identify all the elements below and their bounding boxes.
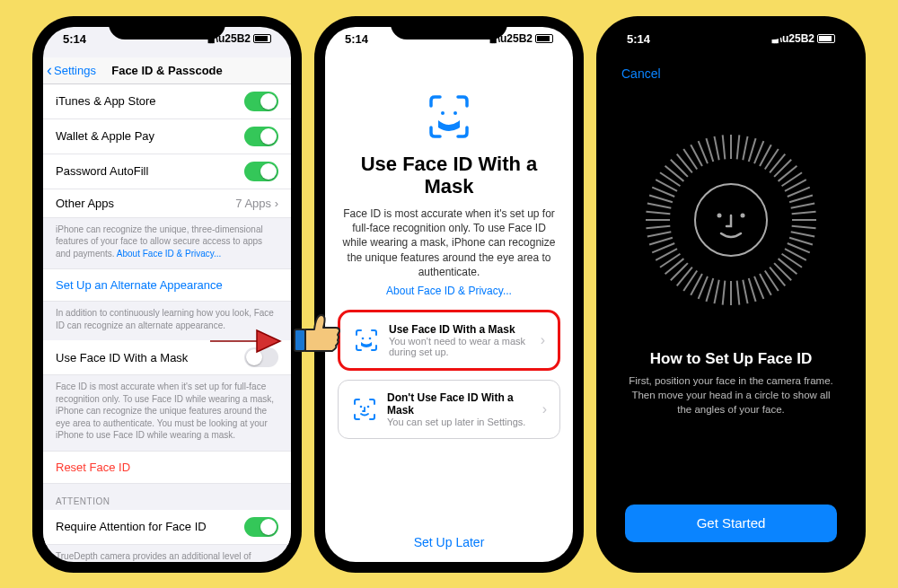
svg-line-31 — [677, 267, 692, 285]
svg-line-27 — [706, 278, 713, 302]
face-scan-graphic — [637, 126, 825, 314]
row-label: Password AutoFill — [56, 164, 148, 178]
row-label: iTunes & App Store — [56, 94, 156, 108]
nav-bar: ‹Settings Face ID & Passcode — [43, 57, 291, 84]
privacy-link[interactable]: About Face ID & Privacy... — [386, 285, 512, 297]
notch — [673, 16, 789, 39]
faceid-icon — [351, 396, 378, 423]
svg-line-49 — [677, 154, 692, 172]
svg-line-48 — [671, 159, 688, 176]
page-title: Face ID & Passcode — [111, 64, 223, 77]
svg-point-1 — [453, 111, 457, 115]
svg-line-21 — [749, 278, 756, 302]
notch — [109, 16, 225, 39]
thumbs-up-annotation — [289, 303, 347, 364]
svg-line-70 — [791, 203, 814, 207]
status-time: 5:14 — [63, 32, 86, 46]
title: Use Face ID With a Mask — [338, 153, 560, 198]
svg-point-4 — [360, 406, 363, 408]
setup-later-button[interactable]: Set Up Later — [325, 535, 573, 549]
svg-line-58 — [743, 136, 747, 159]
svg-line-33 — [665, 259, 684, 274]
svg-line-63 — [770, 154, 785, 172]
card-subtitle: You won't need to wear a mask during set… — [389, 336, 532, 357]
svg-line-59 — [749, 138, 756, 162]
toggle-wallet[interactable] — [244, 127, 278, 146]
svg-line-10 — [791, 232, 814, 236]
row-label: Other Apps — [56, 197, 114, 210]
toggle-require-attention[interactable] — [244, 517, 278, 537]
footer-text: iPhone can recognize the unique, three-d… — [43, 218, 291, 269]
svg-line-17 — [770, 267, 785, 285]
chevron-right-icon: › — [275, 197, 278, 210]
svg-point-73 — [718, 213, 722, 217]
use-mask-button[interactable]: Use Face ID With a MaskYou won't need to… — [338, 310, 560, 371]
row-other-apps[interactable]: Other Apps7 Apps › — [43, 189, 291, 218]
row-value: 7 Apps — [235, 197, 271, 210]
card-title: Use Face ID With a Mask — [389, 323, 532, 336]
svg-line-25 — [723, 280, 726, 304]
svg-point-2 — [362, 338, 365, 340]
card-subtitle: You can set up later in Settings. — [387, 417, 533, 427]
svg-point-74 — [741, 213, 745, 217]
back-button[interactable]: ‹Settings — [43, 62, 96, 78]
chevron-right-icon: › — [541, 332, 545, 348]
chevron-right-icon: › — [542, 401, 547, 417]
footer-text: TrueDepth camera provides an additional … — [43, 545, 291, 562]
svg-line-11 — [789, 237, 813, 244]
svg-line-9 — [792, 225, 816, 228]
row-require-attention: Require Attention for Face ID — [43, 510, 291, 545]
svg-line-55 — [723, 135, 726, 159]
svg-line-41 — [646, 211, 670, 214]
phone-faceid-scan: 5:14 \u25B2 Cancel How to Set Up Face ID… — [596, 16, 866, 573]
svg-point-0 — [441, 111, 445, 115]
svg-rect-7 — [295, 329, 305, 351]
chevron-left-icon: ‹ — [47, 62, 52, 78]
svg-line-57 — [737, 135, 740, 159]
svg-line-43 — [649, 195, 673, 202]
footer-text: Face ID is most accurate when it's set u… — [43, 375, 291, 451]
notch — [391, 16, 507, 39]
svg-line-69 — [789, 195, 813, 202]
row-label: Wallet & Apple Pay — [56, 129, 154, 143]
svg-line-53 — [706, 138, 713, 162]
svg-point-3 — [369, 338, 372, 340]
get-started-button[interactable]: Get Started — [625, 505, 837, 542]
back-label: Settings — [54, 64, 96, 77]
row-label: Use Face ID With a Mask — [56, 351, 188, 364]
card-title: Don't Use Face ID With a Mask — [387, 391, 533, 417]
svg-line-42 — [647, 203, 671, 207]
svg-line-71 — [792, 211, 816, 214]
svg-line-54 — [714, 136, 718, 159]
svg-line-26 — [714, 279, 718, 303]
svg-point-5 — [367, 406, 370, 408]
toggle-itunes[interactable] — [244, 92, 278, 111]
body-text: First, position your face in the camera … — [623, 373, 839, 417]
phone-mask-setup: 5:14 \u25B2 Use Face ID With a Mask Face… — [314, 16, 584, 573]
alternate-appearance-button[interactable]: Set Up an Alternate Appearance — [43, 268, 291, 302]
svg-line-16 — [774, 263, 791, 280]
title: How to Set Up Face ID — [607, 350, 855, 368]
toggle-autofill[interactable] — [244, 162, 278, 181]
faceid-mask-icon — [353, 327, 380, 354]
arrow-annotation — [208, 325, 282, 361]
svg-line-47 — [665, 165, 684, 180]
dont-use-mask-button[interactable]: Don't Use Face ID With a MaskYou can set… — [338, 380, 560, 439]
svg-line-64 — [774, 159, 791, 176]
row-autofill: Password AutoFill — [43, 154, 291, 189]
faceid-mask-icon — [426, 93, 472, 140]
svg-line-22 — [743, 279, 747, 303]
cancel-button[interactable]: Cancel — [621, 66, 661, 81]
svg-line-39 — [646, 225, 670, 228]
svg-line-38 — [647, 232, 671, 236]
status-time: 5:14 — [345, 32, 368, 46]
row-wallet: Wallet & Apple Pay — [43, 119, 291, 154]
svg-line-32 — [671, 263, 688, 280]
privacy-link[interactable]: About Face ID & Privacy... — [117, 249, 222, 259]
phone-settings: 5:14 \u25B2 ‹Settings Face ID & Passcode… — [32, 16, 302, 573]
reset-faceid-button[interactable]: Reset Face ID — [43, 451, 291, 484]
svg-line-37 — [649, 237, 673, 244]
row-itunes: iTunes & App Store — [43, 84, 291, 119]
svg-line-23 — [737, 280, 740, 304]
section-header: ATTENTION — [43, 484, 291, 510]
